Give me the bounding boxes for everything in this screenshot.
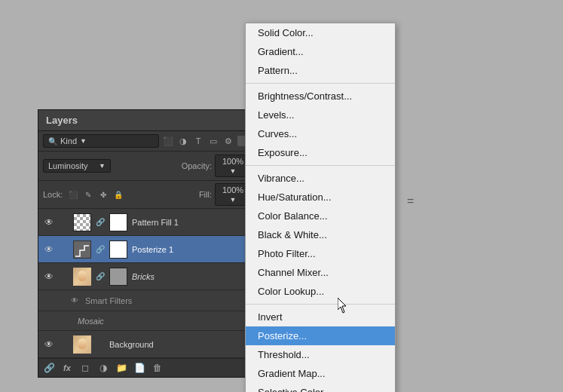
- kind-dropdown[interactable]: 🔍 Kind ▼: [43, 134, 159, 148]
- chain-icon-bricks: [60, 271, 69, 283]
- link-layers-icon[interactable]: 🔗: [43, 362, 55, 374]
- fx-icon[interactable]: fx: [61, 362, 73, 374]
- equals-sign: =: [407, 194, 414, 208]
- lock-artboard-icon[interactable]: ✤: [97, 188, 109, 201]
- lock-icons: ⬛ ✎ ✤ 🔒: [67, 188, 124, 201]
- layer-item-background[interactable]: 👁 Background: [38, 331, 255, 358]
- thumb-pattern-fill: [109, 213, 127, 231]
- chain-icon-background: [60, 338, 69, 351]
- adjustment-filter-icon[interactable]: ◑: [177, 135, 189, 147]
- thumb-posterize-mask: [73, 240, 91, 259]
- thumb-posterize: [109, 240, 127, 259]
- visibility-icon-background[interactable]: 👁: [43, 338, 55, 351]
- layers-bottom-toolbar: 🔗 fx ◻ ◑ 📁 📄 🗑: [38, 358, 255, 377]
- add-mask-icon[interactable]: ◻: [79, 362, 91, 374]
- separator-1: [246, 83, 395, 84]
- lock-pixels-icon[interactable]: ⬛: [67, 188, 79, 201]
- link-icon-bricks: 🔗: [96, 271, 105, 283]
- menu-item-gradient-map[interactable]: Gradient Map...: [246, 364, 395, 383]
- chevron-icon: ▼: [80, 137, 87, 145]
- new-group-icon[interactable]: 📁: [115, 362, 127, 374]
- menu-item-black-white[interactable]: Black & White...: [246, 225, 395, 244]
- chevron-down-icon: ▼: [99, 162, 106, 170]
- thumb-background: [73, 335, 91, 354]
- mosaic-row[interactable]: Mosaic: [38, 311, 255, 331]
- menu-item-pattern[interactable]: Pattern...: [246, 61, 395, 80]
- layer-name-posterize: Posterize 1: [132, 245, 251, 254]
- layers-panel-header: Layers: [38, 110, 255, 131]
- fill-row: Fill: 100% ▼: [199, 183, 251, 206]
- mosaic-label: Mosaic: [78, 317, 104, 326]
- menu-item-threshold[interactable]: Threshold...: [246, 345, 395, 364]
- layers-title: Layers: [46, 115, 78, 126]
- separator-3: [246, 304, 395, 305]
- chevron-fill-icon: ▼: [230, 196, 237, 204]
- layer-name-pattern: Pattern Fill 1: [132, 218, 251, 227]
- menu-item-posterize[interactable]: Posterize...: [246, 326, 395, 345]
- visibility-icon-bricks[interactable]: 👁: [43, 271, 55, 283]
- add-adjustment-icon[interactable]: ◑: [97, 362, 109, 374]
- pixel-filter-icon[interactable]: ⬛: [162, 135, 174, 147]
- adjustment-dropdown-menu: Solid Color... Gradient... Pattern... Br…: [245, 23, 396, 392]
- opacity-row: Opacity: 100% ▼: [182, 155, 251, 177]
- bottom-icons: 🔗 fx ◻ ◑ 📁 📄 🗑: [43, 362, 164, 374]
- smart-filters-label: Smart Filters: [85, 296, 132, 305]
- chevron-opacity-icon: ▼: [230, 167, 237, 175]
- new-layer-icon[interactable]: 📄: [133, 362, 145, 374]
- menu-item-solid-color[interactable]: Solid Color...: [246, 23, 395, 42]
- layer-item-pattern-fill[interactable]: 👁 🔗 Pattern Fill 1: [38, 209, 255, 236]
- link-icon-pattern: 🔗: [96, 216, 105, 228]
- shape-filter-icon[interactable]: ▭: [207, 135, 219, 147]
- menu-item-levels[interactable]: Levels...: [246, 106, 395, 124]
- menu-item-gradient[interactable]: Gradient...: [246, 42, 395, 61]
- layers-panel: Layers 🔍 Kind ▼ ⬛ ◑ T ▭ ⚙ Luminosity ▼ O…: [38, 109, 256, 378]
- chain-icon-posterize: [60, 243, 69, 256]
- menu-item-curves[interactable]: Curves...: [246, 124, 395, 143]
- svg-rect-0: [74, 241, 90, 258]
- search-icon: 🔍: [48, 137, 57, 145]
- link-icon-background: [96, 338, 105, 351]
- lock-position-icon[interactable]: ✎: [82, 188, 94, 201]
- thumb-bricks: [73, 268, 91, 286]
- layer-name-background: Background: [109, 340, 251, 349]
- lock-all-icon[interactable]: 🔒: [112, 188, 124, 201]
- smart-filter-icon[interactable]: ⚙: [222, 135, 234, 147]
- thumb-pattern-mask: [73, 213, 91, 231]
- menu-item-invert[interactable]: Invert: [246, 308, 395, 326]
- layers-kind-toolbar: 🔍 Kind ▼ ⬛ ◑ T ▭ ⚙: [38, 131, 255, 152]
- thumb-bricks-mask: [109, 268, 127, 286]
- menu-item-color-balance[interactable]: Color Balance...: [246, 207, 395, 225]
- chain-icon-pattern: [60, 216, 69, 228]
- menu-item-exposure[interactable]: Exposure...: [246, 143, 395, 162]
- layer-item-bricks[interactable]: 👁 🔗 Bricks: [38, 263, 255, 290]
- smart-filters-row: 👁 Smart Filters: [38, 290, 255, 311]
- kind-filter-icons: ⬛ ◑ T ▭ ⚙: [162, 135, 251, 147]
- visibility-icon-posterize[interactable]: 👁: [43, 243, 55, 256]
- blend-mode-dropdown[interactable]: Luminosity ▼: [43, 159, 111, 173]
- menu-item-brightness-contrast[interactable]: Brightness/Contrast...: [246, 87, 395, 106]
- menu-item-selective-color[interactable]: Selective Color...: [246, 383, 395, 392]
- layer-name-bricks: Bricks: [132, 272, 251, 281]
- menu-item-hue-saturation[interactable]: Hue/Saturation...: [246, 188, 395, 207]
- menu-item-color-lookup[interactable]: Color Lookup...: [246, 282, 395, 301]
- menu-item-photo-filter[interactable]: Photo Filter...: [246, 244, 395, 263]
- menu-item-channel-mixer[interactable]: Channel Mixer...: [246, 263, 395, 282]
- delete-layer-icon[interactable]: 🗑: [151, 362, 164, 374]
- visibility-icon-pattern[interactable]: 👁: [43, 216, 55, 228]
- link-icon-posterize: 🔗: [96, 243, 105, 256]
- menu-item-vibrance[interactable]: Vibrance...: [246, 169, 395, 188]
- layer-item-posterize[interactable]: 👁 🔗 Posterize 1: [38, 236, 255, 263]
- type-filter-icon[interactable]: T: [192, 135, 204, 147]
- visibility-smart-filters[interactable]: 👁: [69, 295, 81, 307]
- separator-2: [246, 165, 395, 166]
- blend-mode-row: Luminosity ▼ Opacity: 100% ▼: [38, 152, 255, 181]
- lock-row: Lock: ⬛ ✎ ✤ 🔒 Fill: 100% ▼: [38, 181, 255, 209]
